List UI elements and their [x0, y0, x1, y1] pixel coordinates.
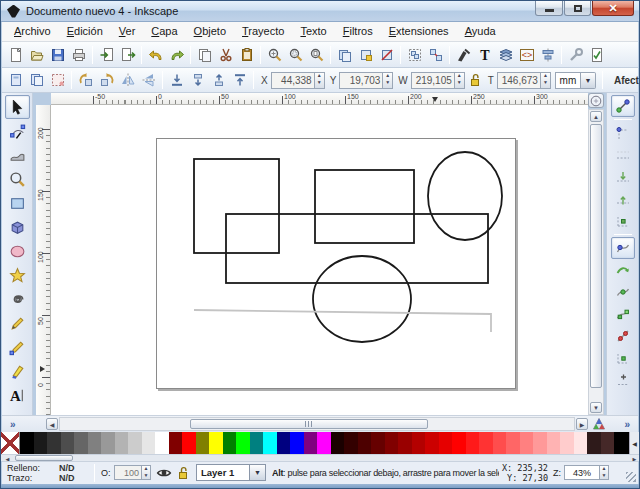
color-swatch[interactable]	[263, 432, 277, 454]
snap-object-centers-button[interactable]	[611, 369, 635, 391]
color-swatch[interactable]	[560, 432, 574, 454]
create-clone-button[interactable]	[355, 44, 376, 65]
ungroup-button[interactable]	[425, 44, 446, 65]
spiral-tool-button[interactable]	[5, 287, 30, 311]
scroll-up-arrow[interactable]: ▲	[590, 111, 602, 122]
color-swatch[interactable]	[169, 432, 183, 454]
ruler-corner-button[interactable]	[588, 93, 604, 108]
field-input[interactable]: 44,338	[271, 72, 315, 89]
open-document-button[interactable]	[26, 44, 47, 65]
color-swatch[interactable]	[155, 432, 169, 454]
rotate-cw-button[interactable]	[96, 70, 117, 91]
new-document-button[interactable]	[5, 44, 26, 65]
shape-polyline[interactable]	[194, 310, 491, 332]
node-tool-button[interactable]	[5, 119, 30, 143]
deselect-button[interactable]	[47, 70, 68, 91]
color-swatch[interactable]	[466, 432, 480, 454]
shape-rect[interactable]	[194, 159, 279, 253]
zoom-drawing-button[interactable]	[264, 44, 285, 65]
color-swatch[interactable]	[331, 432, 345, 454]
unit-selector[interactable]: mm▼	[555, 72, 596, 89]
align-dialog-button[interactable]	[537, 44, 558, 65]
duplicate-button[interactable]	[334, 44, 355, 65]
copy-button[interactable]	[194, 44, 215, 65]
text-tool-button[interactable]: A	[5, 383, 30, 407]
calligraphy-tool-button[interactable]	[5, 359, 30, 383]
zoom-page-button[interactable]	[306, 44, 327, 65]
rectangle-tool-button[interactable]	[5, 191, 30, 215]
save-document-button[interactable]	[47, 44, 68, 65]
field-spinner[interactable]: ▲▼	[383, 72, 393, 89]
color-swatch[interactable]	[506, 432, 520, 454]
color-swatch[interactable]	[47, 432, 61, 454]
scroll-right-arrow[interactable]: ▶	[576, 418, 588, 430]
palette-right-arrow[interactable]: ◀	[629, 432, 639, 454]
pen-tool-button[interactable]	[5, 335, 30, 359]
opacity-spinner[interactable]: ▲▼	[142, 465, 151, 480]
toolbox-overflow-chevron[interactable]: »	[10, 419, 16, 430]
lower-button[interactable]	[187, 70, 208, 91]
color-swatch[interactable]	[587, 432, 601, 454]
preferences-button[interactable]	[565, 44, 586, 65]
swatch-none[interactable]	[1, 432, 20, 454]
canvas-viewport[interactable]	[51, 105, 588, 415]
text-dialog-button[interactable]: T	[474, 44, 495, 65]
color-management-button[interactable]	[591, 416, 607, 432]
snap-enable-button[interactable]	[611, 95, 635, 117]
vertical-ruler[interactable]: 200150100500	[36, 105, 51, 415]
flip-vertical-button[interactable]	[138, 70, 159, 91]
color-swatch[interactable]	[74, 432, 88, 454]
color-swatch[interactable]	[533, 432, 547, 454]
selector-tool-button[interactable]	[5, 95, 30, 119]
menu-filtros[interactable]: Filtros	[335, 22, 381, 41]
color-swatch[interactable]	[479, 432, 493, 454]
layers-dialog-button[interactable]	[495, 44, 516, 65]
color-swatch[interactable]	[439, 432, 453, 454]
color-swatch[interactable]	[277, 432, 291, 454]
field-spinner[interactable]: ▲▼	[455, 72, 465, 89]
color-swatch[interactable]	[452, 432, 466, 454]
menu-ayuda[interactable]: Ayuda	[457, 22, 504, 41]
snap-cusp-nodes-button[interactable]	[611, 303, 635, 325]
menu-objeto[interactable]: Objeto	[186, 22, 234, 41]
window-resize-grip[interactable]	[626, 472, 636, 482]
color-swatch[interactable]	[128, 432, 142, 454]
color-swatch[interactable]	[493, 432, 507, 454]
import-document-button[interactable]	[96, 44, 117, 65]
document-properties-button[interactable]	[586, 44, 607, 65]
vertical-scroll-thumb[interactable]	[590, 124, 602, 388]
color-swatch[interactable]	[61, 432, 75, 454]
shape-rect[interactable]	[315, 170, 414, 243]
palette-scrollbar[interactable]: ◀ ▶	[1, 454, 640, 461]
shape-ellipse[interactable]	[428, 152, 502, 240]
export-document-button[interactable]	[117, 44, 138, 65]
menu-extensiones[interactable]: Extensiones	[381, 22, 457, 41]
menu-edición[interactable]: Edición	[59, 22, 111, 41]
field-input[interactable]: 19,703	[339, 72, 383, 89]
snap-path-intersections-button[interactable]	[611, 281, 635, 303]
menu-capa[interactable]: Capa	[143, 22, 185, 41]
color-swatch[interactable]	[182, 432, 196, 454]
scroll-down-arrow[interactable]: ▼	[590, 402, 602, 413]
layer-visibility-toggle[interactable]	[156, 465, 172, 481]
color-swatch[interactable]	[223, 432, 237, 454]
color-swatch[interactable]	[385, 432, 399, 454]
paste-button[interactable]	[236, 44, 257, 65]
menu-texto[interactable]: Texto	[292, 22, 334, 41]
menu-trayecto[interactable]: Trayecto	[234, 22, 292, 41]
snap-bbox-edges-button[interactable]	[611, 144, 635, 166]
field-spinner[interactable]: ▲▼	[315, 72, 325, 89]
color-swatch[interactable]	[520, 432, 534, 454]
color-swatch[interactable]	[101, 432, 115, 454]
select-all-layers-button[interactable]	[26, 70, 47, 91]
fill-stroke-values[interactable]: N/D N/D	[59, 463, 75, 483]
horizontal-scroll-thumb[interactable]	[190, 419, 428, 429]
redo-button[interactable]	[166, 44, 187, 65]
horizontal-ruler[interactable]: -50050100150200250300350	[51, 93, 588, 105]
color-swatch[interactable]	[304, 432, 318, 454]
maximize-button[interactable]	[564, 1, 591, 16]
color-swatch[interactable]	[142, 432, 156, 454]
color-swatch[interactable]	[250, 432, 264, 454]
zoom-input[interactable]: 43%	[564, 465, 600, 480]
menu-ver[interactable]: Ver	[111, 22, 144, 41]
